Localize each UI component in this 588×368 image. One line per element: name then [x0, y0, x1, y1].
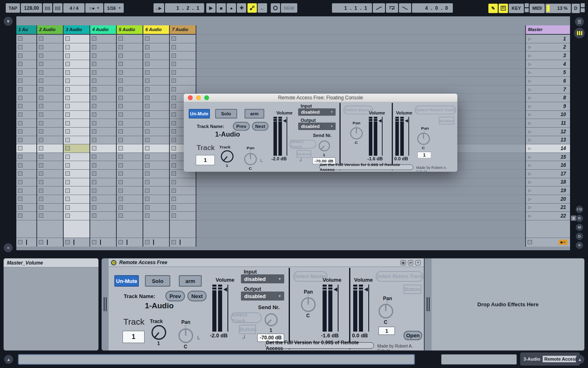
follow-button[interactable]: ‥▶	[154, 3, 164, 13]
show-returns-button[interactable]: R	[576, 215, 583, 222]
clip-slot[interactable]	[143, 69, 169, 77]
clip-slot[interactable]	[90, 204, 116, 212]
scene-row[interactable]: ▷16	[526, 161, 570, 170]
clip-slot[interactable]	[90, 35, 116, 43]
show-mixer-section-button[interactable]: M	[576, 224, 583, 231]
clip-slot[interactable]	[90, 94, 116, 102]
volume-slider[interactable]	[287, 117, 287, 156]
output-dropdown[interactable]: disabled▼	[241, 292, 284, 301]
clip-slot[interactable]	[37, 161, 63, 170]
clip-slot[interactable]	[117, 94, 143, 102]
clip-slot[interactable]	[16, 35, 36, 43]
arm-button[interactable]: arm	[179, 275, 202, 287]
clip-slot[interactable]	[143, 60, 169, 69]
record-button[interactable]: ●	[227, 3, 236, 13]
track-stop-button[interactable]	[172, 240, 176, 245]
clip-slot[interactable]	[143, 170, 169, 178]
scene-launch-icon[interactable]: ▷	[528, 54, 531, 58]
scene-launch-icon[interactable]: ▷	[528, 130, 531, 134]
pan-knob[interactable]	[178, 328, 193, 343]
clip-slot[interactable]	[170, 212, 196, 220]
scene-launch-icon[interactable]: ▷	[528, 45, 531, 49]
clip-slot[interactable]	[37, 119, 63, 128]
clip-slot[interactable]	[90, 119, 116, 128]
clip-slot[interactable]	[143, 186, 169, 195]
clip-slot[interactable]	[16, 77, 36, 85]
clip-slot[interactable]	[37, 195, 63, 204]
overview-toggle-button[interactable]: ☰	[575, 17, 584, 26]
track-header[interactable]: 6 Audio	[143, 25, 169, 35]
clip-slot[interactable]	[64, 170, 89, 178]
next-track-button[interactable]: Next	[252, 122, 269, 131]
clip-slot[interactable]	[64, 111, 89, 119]
clip-slot[interactable]	[64, 204, 89, 212]
clip-slot[interactable]	[16, 161, 36, 170]
device-drag-area[interactable]	[425, 258, 432, 350]
clip-slot[interactable]	[64, 212, 89, 220]
scene-launch-icon[interactable]: ▷	[528, 180, 531, 184]
clip-slot[interactable]	[170, 195, 196, 204]
scene-launch-icon[interactable]: ▷	[528, 188, 531, 193]
clip-slot[interactable]	[143, 52, 169, 60]
clip-slot[interactable]	[143, 195, 169, 204]
floating-console-window[interactable]: Remote Access Free: Floating Console Un-…	[184, 94, 457, 172]
clip-slot[interactable]	[37, 144, 63, 153]
clip-slot[interactable]	[117, 136, 143, 145]
back-to-arrangement-button[interactable]: ←	[258, 3, 267, 13]
hot-swap-icon[interactable]: ⇄	[408, 260, 413, 265]
unmute-button[interactable]: Un-Mute	[114, 275, 139, 287]
scene-launch-icon[interactable]: ▷	[528, 172, 531, 176]
master-track-header[interactable]: Master	[526, 25, 570, 35]
scene-row[interactable]: ▷3	[526, 52, 570, 60]
clip-slot[interactable]	[143, 153, 169, 162]
scene-launch-icon[interactable]: ▷	[528, 205, 531, 209]
clip-slot[interactable]	[117, 35, 143, 43]
scene-launch-icon[interactable]: ▷	[528, 138, 531, 142]
punch-in-button[interactable]	[373, 3, 385, 13]
clip-slot[interactable]	[16, 69, 36, 77]
clip-slot[interactable]	[37, 85, 63, 94]
scene-row[interactable]: ▷19	[526, 186, 570, 195]
clip-slot[interactable]	[37, 69, 63, 77]
clip-slot[interactable]	[16, 136, 36, 145]
clip-slot[interactable]	[64, 77, 89, 85]
scene-launch-icon[interactable]: ▷	[528, 121, 531, 125]
clip-slot[interactable]	[37, 77, 63, 85]
clip-slot[interactable]	[64, 52, 89, 60]
clip-slot[interactable]	[90, 161, 116, 170]
clip-slot[interactable]	[16, 170, 36, 178]
clip-slot[interactable]	[37, 94, 63, 102]
scene-row[interactable]: ▷22	[526, 212, 570, 220]
track-stop-cell[interactable]	[143, 238, 169, 247]
scene-launch-icon[interactable]: ▷	[528, 163, 531, 167]
track-knob[interactable]	[151, 325, 166, 340]
key-map-button[interactable]: KEY	[509, 4, 524, 13]
device-activator-button[interactable]	[111, 260, 116, 265]
clip-slot[interactable]	[64, 128, 89, 136]
clip-slot[interactable]	[170, 43, 196, 52]
show-device-view-button[interactable]: ▲	[575, 355, 584, 364]
clip-slot[interactable]	[143, 128, 169, 136]
solo-button[interactable]: Solo	[145, 275, 170, 287]
scene-row[interactable]: ▷14	[526, 144, 570, 153]
breadcrumb-device-tab[interactable]: Remote Acces	[543, 356, 577, 362]
track-header[interactable]: 1 Au	[16, 25, 36, 35]
return-volume-handle[interactable]	[364, 287, 368, 292]
scene-launch-icon[interactable]: ▷	[528, 155, 531, 159]
scene-row[interactable]: ▷6	[526, 77, 570, 85]
clip-slot[interactable]	[143, 102, 169, 111]
clip-slot[interactable]	[64, 85, 89, 94]
clip-slot[interactable]	[117, 128, 143, 136]
clip-slot[interactable]	[37, 102, 63, 111]
clip-slot[interactable]	[90, 43, 116, 52]
return-pan-knob[interactable]	[379, 304, 393, 319]
clip-slot[interactable]	[16, 144, 36, 153]
clip-slot[interactable]	[170, 77, 196, 85]
clip-slot[interactable]	[117, 212, 143, 220]
track-header[interactable]: 2 Audio	[37, 25, 63, 35]
computer-midi-keyboard-button[interactable]	[499, 4, 508, 13]
clip-slot[interactable]	[64, 35, 89, 43]
clip-slot[interactable]	[16, 153, 36, 162]
clip-slot[interactable]	[117, 178, 143, 187]
scene-row[interactable]: ▷11	[526, 119, 570, 128]
